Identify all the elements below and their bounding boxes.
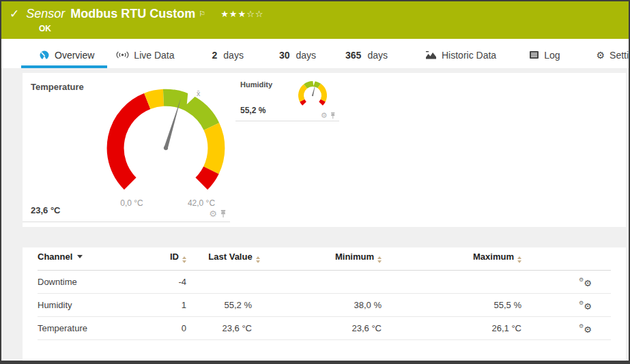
channel-table-panel: Channel ID Last Value Minimum Maximum — [23, 247, 626, 364]
pin-icon[interactable] — [220, 209, 227, 218]
log-list-icon — [529, 50, 539, 59]
status-badge: OK — [39, 24, 620, 33]
gauge-value: 23,6 °C — [31, 205, 61, 215]
tab-30-days[interactable]: 30 days — [279, 39, 316, 68]
tab-label: Log — [544, 50, 560, 61]
tab-label: days — [296, 50, 316, 61]
temperature-gauge: x̄ — [100, 84, 231, 200]
tab-number: 365 — [345, 50, 361, 61]
gauge-needle-hub — [312, 95, 313, 96]
gauge-min-label: 0,0 °C — [111, 198, 152, 208]
header-maximum[interactable]: Maximum — [391, 247, 531, 270]
header-label: ID — [170, 252, 179, 262]
temperature-gauge-tile: Temperature x̄ 0,0 °C 42,0 °C 23,6 °C ⚙ — [23, 73, 230, 222]
mean-marker-label: x̄ — [197, 89, 201, 97]
status-banner: ✓ Sensor Modbus RTU Custom ⚐ ★★★☆☆ OK — [1, 1, 629, 39]
header-last-value[interactable]: Last Value — [186, 247, 261, 270]
tab-historic-data[interactable]: Historic Data — [425, 39, 496, 68]
flag-icon[interactable]: ⚐ — [199, 10, 205, 18]
cell-last-value: 23,6 °C — [186, 316, 261, 339]
pin-icon[interactable] — [330, 112, 337, 119]
sort-icon — [256, 256, 260, 263]
stars-empty: ☆☆ — [246, 9, 263, 19]
gauge-max-label: 42,0 °C — [181, 198, 222, 208]
gauge-icon — [39, 50, 50, 61]
cell-minimum — [261, 270, 391, 293]
historic-chart-icon — [425, 50, 437, 60]
tab-number: 30 — [279, 50, 290, 61]
status-ok-check-icon: ✓ — [10, 7, 19, 21]
tab-log[interactable]: Log — [529, 39, 560, 68]
channel-settings-gears-icon[interactable]: ⚙⚙ — [579, 322, 592, 333]
cell-minimum: 38,0 % — [261, 293, 391, 316]
humidity-gauge-tile: Humidity x̄ 55,2 % ⚙ — [235, 75, 339, 121]
cell-channel: Downtime — [38, 270, 154, 293]
gauge-value: 55,2 % — [240, 106, 266, 115]
channel-settings-gears-icon[interactable]: ⚙⚙ — [579, 299, 592, 309]
header-label: Maximum — [473, 252, 514, 262]
tab-settings[interactable]: ⚙ Settings — [596, 39, 630, 68]
sort-caret-icon — [77, 255, 83, 258]
sort-icon — [517, 256, 521, 263]
header-minimum[interactable]: Minimum — [261, 247, 391, 270]
cell-minimum: 23,6 °C — [261, 316, 391, 339]
sort-icon — [182, 256, 186, 263]
cell-channel: Humidity — [38, 293, 154, 316]
priority-stars[interactable]: ★★★☆☆ — [220, 9, 263, 19]
tab-label: Overview — [55, 50, 94, 61]
gauge-tools: ⚙ — [321, 112, 336, 119]
tab-label: Live Data — [134, 50, 174, 61]
cell-last-value: 55,2 % — [186, 293, 261, 316]
sensor-page: ✓ Sensor Modbus RTU Custom ⚐ ★★★☆☆ OK Ov… — [0, 0, 630, 364]
header-channel[interactable]: Channel — [38, 247, 154, 270]
gauge-settings-gear-icon[interactable]: ⚙ — [209, 209, 217, 218]
header-settings — [531, 247, 611, 270]
tab-overview[interactable]: Overview — [39, 39, 94, 68]
cell-id: 1 — [154, 293, 186, 316]
gauges-panel: Temperature x̄ 0,0 °C 42,0 °C 23,6 °C ⚙ — [23, 73, 626, 227]
cell-maximum — [391, 270, 531, 293]
humidity-gauge: x̄ — [296, 80, 330, 112]
table-row-humidity[interactable]: Humidity 1 55,2 % 38,0 % 55,5 % ⚙⚙ — [38, 293, 611, 316]
cell-channel: Temperature — [38, 316, 154, 339]
channel-table: Channel ID Last Value Minimum Maximum — [38, 247, 611, 340]
tab-live-data[interactable]: Live Data — [116, 39, 174, 68]
gauge-title: Temperature — [31, 82, 84, 92]
tab-label: Settings — [610, 50, 630, 61]
stars-filled: ★★★ — [220, 9, 246, 19]
sort-icon — [377, 256, 382, 263]
page-content: Temperature x̄ 0,0 °C 42,0 °C 23,6 °C ⚙ — [1, 68, 629, 364]
table-header-row: Channel ID Last Value Minimum Maximum — [38, 247, 611, 270]
cell-id: -4 — [154, 270, 186, 293]
gauge-tools: ⚙ — [209, 209, 227, 218]
gauge-needle-hub — [164, 146, 168, 150]
cell-maximum: 55,5 % — [391, 293, 531, 316]
live-data-icon — [116, 50, 129, 60]
tab-label: Historic Data — [442, 50, 496, 61]
tab-2-days[interactable]: 2 days — [212, 39, 244, 68]
gear-icon: ⚙ — [596, 50, 605, 60]
tab-number: 2 — [212, 50, 218, 61]
sensor-title: Modbus RTU Custom — [70, 7, 195, 21]
cell-maximum: 26,1 °C — [391, 316, 531, 339]
header-label: Last Value — [208, 252, 252, 262]
cell-last-value — [186, 270, 261, 293]
gauge-title: Humidity — [240, 80, 272, 89]
table-row-downtime[interactable]: Downtime -4 ⚙⚙ — [38, 270, 611, 293]
object-kind-label: Sensor — [26, 7, 65, 21]
tab-label: days — [223, 50, 244, 61]
tab-365-days[interactable]: 365 days — [345, 39, 388, 68]
header-label: Channel — [38, 252, 72, 262]
table-row-temperature[interactable]: Temperature 0 23,6 °C 23,6 °C 26,1 °C ⚙⚙ — [38, 316, 611, 339]
tab-bar: Overview Live Data 2 days 30 days 365 — [1, 39, 629, 68]
cell-id: 0 — [154, 316, 186, 339]
channel-settings-gears-icon[interactable]: ⚙⚙ — [579, 275, 592, 286]
header-id[interactable]: ID — [154, 247, 186, 270]
gauge-settings-gear-icon[interactable]: ⚙ — [321, 112, 328, 119]
header-label: Minimum — [335, 252, 374, 262]
tab-label: days — [367, 50, 388, 61]
